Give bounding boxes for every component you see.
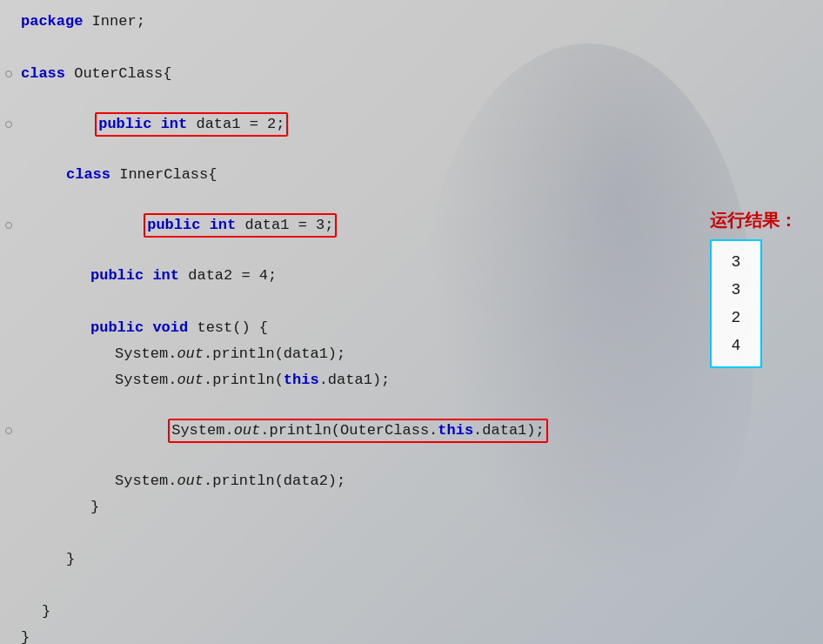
code-line: public int data1 = 3; bbox=[0, 188, 592, 263]
output-label: 运行结果： bbox=[710, 209, 797, 232]
highlight-box-1: public int data1 = 2; bbox=[95, 112, 288, 137]
code-line bbox=[0, 289, 592, 315]
output-box: 3 3 2 4 bbox=[710, 239, 762, 368]
line-text: } bbox=[17, 547, 592, 572]
line-text: package Inner; bbox=[17, 10, 592, 34]
line-text bbox=[17, 574, 592, 598]
breakpoint-dot[interactable] bbox=[5, 222, 12, 229]
code-line bbox=[0, 573, 592, 599]
line-text: System.out.println(this.data1); bbox=[17, 368, 592, 392]
code-line: public void test() { bbox=[0, 315, 592, 341]
line-text: public int data1 = 3; bbox=[17, 189, 592, 262]
output-line-1: 3 bbox=[712, 248, 760, 276]
line-text: public void test() { bbox=[17, 316, 592, 340]
line-gutter bbox=[0, 427, 17, 434]
code-line: class OuterClass{ bbox=[0, 61, 592, 87]
line-text bbox=[17, 521, 592, 546]
code-area: package Inner; class OuterClass{ public … bbox=[0, 0, 592, 644]
output-line-2: 3 bbox=[712, 276, 760, 304]
line-gutter bbox=[0, 121, 17, 128]
code-line: package Inner; bbox=[0, 9, 592, 35]
line-text: public int data2 = 4; bbox=[17, 264, 592, 288]
code-line: } bbox=[0, 625, 592, 644]
line-gutter bbox=[0, 70, 17, 77]
code-line: } bbox=[0, 599, 592, 625]
line-text: System.out.println(OuterClass.this.data1… bbox=[17, 394, 592, 467]
code-line bbox=[0, 520, 592, 547]
line-text: System.out.println(data1); bbox=[17, 342, 592, 366]
highlight-box-2: public int data1 = 3; bbox=[144, 213, 337, 238]
line-gutter bbox=[0, 222, 17, 229]
code-line: System.out.println(data1); bbox=[0, 341, 592, 367]
code-line: System.out.println(this.data1); bbox=[0, 367, 592, 393]
line-text: class InnerClass{ bbox=[17, 163, 592, 187]
line-text: System.out.println(data2); bbox=[17, 469, 592, 493]
code-line: System.out.println(OuterClass.this.data1… bbox=[0, 393, 592, 468]
line-text: } bbox=[17, 626, 592, 644]
code-line: System.out.println(data2); bbox=[0, 468, 592, 494]
output-line-3: 2 bbox=[712, 304, 760, 332]
code-line: } bbox=[0, 547, 592, 573]
breakpoint-dot[interactable] bbox=[5, 427, 12, 434]
output-line-4: 4 bbox=[712, 332, 760, 359]
line-text: } bbox=[17, 600, 592, 624]
line-text: } bbox=[17, 495, 592, 520]
breakpoint-dot[interactable] bbox=[5, 70, 12, 77]
output-panel: 运行结果： 3 3 2 4 bbox=[710, 209, 797, 368]
line-text bbox=[17, 290, 592, 314]
code-line: } bbox=[0, 494, 592, 520]
breakpoint-dot[interactable] bbox=[5, 121, 12, 128]
line-text bbox=[17, 36, 592, 60]
code-line: class InnerClass{ bbox=[0, 162, 592, 188]
line-text: class OuterClass{ bbox=[17, 62, 592, 86]
code-line bbox=[0, 35, 592, 61]
code-line: public int data1 = 2; bbox=[0, 87, 592, 162]
code-line: public int data2 = 4; bbox=[0, 263, 592, 289]
line-text: public int data1 = 2; bbox=[17, 88, 592, 161]
highlight-box-3: System.out.println(OuterClass.this.data1… bbox=[168, 419, 548, 443]
